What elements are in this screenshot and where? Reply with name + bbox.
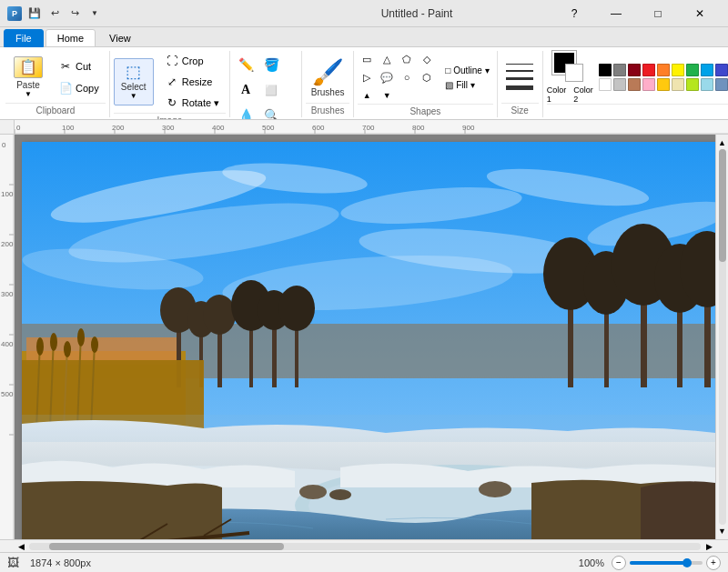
image-label: Image bbox=[114, 113, 226, 120]
colors-label: Colors bbox=[547, 104, 728, 118]
swatch-white[interactable] bbox=[599, 78, 612, 91]
svg-text:500: 500 bbox=[1, 390, 14, 398]
shapes-content: ▭ △ ⬠ ◇ ▷ 💬 ○ ⬡ ▲ ▼ □ bbox=[358, 51, 493, 104]
color-selector-area[interactable] bbox=[552, 51, 587, 84]
size-line-1[interactable] bbox=[506, 64, 533, 65]
tab-home[interactable]: Home bbox=[46, 29, 96, 47]
zoom-slider[interactable] bbox=[630, 561, 703, 565]
vertical-scrollbar[interactable]: ▲ ▼ bbox=[715, 135, 728, 539]
colors-palette bbox=[599, 64, 728, 91]
shape-rect[interactable]: ▭ bbox=[358, 51, 376, 67]
scroll-up-button[interactable]: ▲ bbox=[716, 136, 729, 149]
zoom-in-button[interactable]: + bbox=[706, 556, 721, 570]
size-line-2[interactable] bbox=[506, 70, 533, 72]
svg-text:200: 200 bbox=[1, 240, 14, 248]
text-button[interactable]: A bbox=[234, 78, 258, 102]
resize-button[interactable]: ⤢ Resize bbox=[159, 72, 226, 92]
paint-canvas[interactable] bbox=[22, 142, 715, 539]
minimize-button[interactable]: — bbox=[595, 0, 637, 27]
horizontal-scroll-track[interactable] bbox=[29, 543, 701, 550]
vertical-scroll-thumb[interactable] bbox=[719, 149, 726, 262]
tools-group: ✏️ 🪣 A ⬜ 💧 🔍 Tools bbox=[230, 51, 302, 117]
tab-view[interactable]: View bbox=[97, 29, 143, 46]
close-button[interactable]: ✕ bbox=[679, 0, 721, 27]
swatch-green[interactable] bbox=[686, 64, 699, 76]
swatch-lightcyan[interactable] bbox=[701, 78, 713, 91]
fill-button[interactable]: 🪣 bbox=[259, 53, 283, 76]
swatch-darkred[interactable] bbox=[628, 64, 641, 76]
size-line-3[interactable] bbox=[506, 77, 533, 80]
redo-button[interactable]: ↪ bbox=[66, 5, 84, 23]
svg-point-54 bbox=[203, 295, 236, 335]
title-bar: P 💾 ↩ ↪ ▼ Untitled - Paint ? — □ ✕ bbox=[0, 0, 728, 27]
fill-option-button[interactable]: ▧ Fill ▾ bbox=[441, 78, 493, 92]
svg-point-79 bbox=[64, 341, 71, 357]
maximize-button[interactable]: □ bbox=[637, 0, 679, 27]
brushes-label: Brushes bbox=[311, 87, 345, 97]
swatch-lightgreen[interactable] bbox=[686, 78, 699, 91]
swatch-black[interactable] bbox=[599, 64, 612, 76]
vertical-scroll-track[interactable] bbox=[719, 149, 726, 525]
shape-triangle[interactable]: △ bbox=[378, 51, 396, 67]
swatch-lightblue[interactable] bbox=[715, 78, 728, 91]
zoom-slider-thumb[interactable] bbox=[682, 558, 692, 567]
save-button[interactable]: 💾 bbox=[25, 5, 44, 23]
swatch-lightgray[interactable] bbox=[613, 78, 626, 91]
color1-label: Color1 bbox=[547, 85, 567, 104]
scroll-left-button[interactable]: ◀ bbox=[15, 540, 27, 553]
crop-button[interactable]: ⛶ Crop bbox=[159, 51, 226, 71]
zoom-out-button[interactable]: − bbox=[612, 556, 626, 570]
scroll-down-button[interactable]: ▼ bbox=[716, 525, 729, 537]
help-button[interactable]: ? bbox=[553, 0, 595, 27]
colors-group: Color1 Color2 bbox=[543, 51, 728, 117]
quick-access-dropdown[interactable]: ▼ bbox=[86, 5, 104, 23]
outline-fill-options: □ Outline ▾ ▧ Fill ▾ bbox=[441, 64, 493, 92]
color2-swatch[interactable] bbox=[565, 64, 583, 82]
tools-content: ✏️ 🪣 A ⬜ 💧 🔍 bbox=[234, 51, 298, 120]
undo-button[interactable]: ↩ bbox=[46, 5, 64, 23]
swatch-cyan[interactable] bbox=[701, 64, 713, 76]
horizontal-ruler: 0 100 200 300 400 500 600 700 800 900 bbox=[15, 120, 728, 135]
rotate-button[interactable]: ↻ Rotate ▾ bbox=[159, 93, 226, 113]
outline-button[interactable]: □ Outline ▾ bbox=[441, 64, 493, 77]
ruler-corner bbox=[0, 120, 15, 135]
horizontal-scroll-thumb[interactable] bbox=[49, 543, 284, 550]
shape-callout[interactable]: 💬 bbox=[378, 69, 396, 85]
swatch-yellow[interactable] bbox=[672, 64, 684, 76]
eraser-button[interactable]: ⬜ bbox=[259, 78, 283, 102]
shape-scroll-down[interactable]: ▼ bbox=[378, 87, 396, 104]
svg-text:900: 900 bbox=[462, 124, 475, 132]
svg-point-80 bbox=[77, 328, 85, 346]
shape-arrow[interactable]: ▷ bbox=[358, 69, 376, 85]
paste-button[interactable]: 📋 Paste ▼ bbox=[5, 52, 51, 103]
select-button[interactable]: ⬚ Select ▼ bbox=[114, 58, 154, 105]
select-icon: ⬚ bbox=[126, 62, 141, 82]
tab-file[interactable]: File bbox=[4, 29, 44, 47]
swatch-red[interactable] bbox=[642, 64, 655, 76]
scroll-right-button[interactable]: ▶ bbox=[703, 540, 715, 553]
swatch-orange[interactable] bbox=[657, 64, 670, 76]
swatch-pink[interactable] bbox=[642, 78, 655, 91]
shape-circle[interactable]: ○ bbox=[398, 69, 416, 85]
shape-hex[interactable]: ⬡ bbox=[418, 69, 436, 85]
swatch-amber[interactable] bbox=[657, 78, 670, 91]
palette-row-2 bbox=[599, 78, 728, 91]
shape-scroll-up[interactable]: ▲ bbox=[358, 87, 376, 104]
colorpicker-button[interactable]: 💧 bbox=[234, 104, 258, 120]
size-line-4[interactable] bbox=[506, 85, 533, 90]
shape-pentagon[interactable]: ⬠ bbox=[398, 51, 416, 67]
shape-diamond[interactable]: ◇ bbox=[418, 51, 436, 67]
pencil-button[interactable]: ✏️ bbox=[234, 53, 258, 76]
svg-text:800: 800 bbox=[412, 124, 425, 132]
brushes-button[interactable]: 🖌️ Brushes bbox=[306, 54, 349, 101]
canvas-scroll-container[interactable] bbox=[15, 135, 715, 539]
swatch-brown[interactable] bbox=[628, 78, 641, 91]
swatch-cream[interactable] bbox=[672, 78, 684, 91]
swatch-gray[interactable] bbox=[613, 64, 626, 76]
cut-button[interactable]: ✂ Cut bbox=[53, 56, 106, 76]
status-bar: 🖼 1874 × 800px 100% − + bbox=[0, 552, 728, 572]
magnify-button[interactable]: 🔍 bbox=[259, 104, 283, 120]
copy-button[interactable]: 📄 Copy bbox=[53, 78, 106, 98]
dimensions-text: 1874 × 800px bbox=[30, 557, 91, 568]
swatch-blue[interactable] bbox=[715, 64, 728, 76]
